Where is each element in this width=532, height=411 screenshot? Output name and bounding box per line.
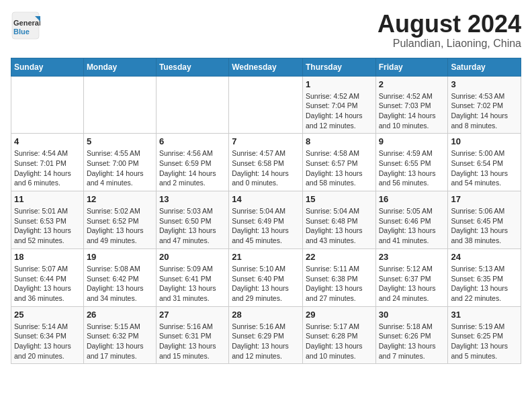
calendar-cell: 2Sunrise: 4:52 AM Sunset: 7:03 PM Daylig… bbox=[375, 76, 448, 134]
day-number: 15 bbox=[306, 194, 373, 204]
calendar-cell bbox=[229, 76, 303, 134]
day-number: 8 bbox=[306, 136, 373, 146]
day-info: Sunrise: 5:03 AM Sunset: 6:50 PM Dayligh… bbox=[159, 206, 226, 246]
calendar-cell: 25Sunrise: 5:14 AM Sunset: 6:34 PM Dayli… bbox=[11, 306, 84, 364]
calendar-cell: 30Sunrise: 5:18 AM Sunset: 6:26 PM Dayli… bbox=[375, 306, 448, 364]
calendar-cell: 31Sunrise: 5:19 AM Sunset: 6:25 PM Dayli… bbox=[448, 306, 521, 364]
day-number: 11 bbox=[14, 194, 81, 204]
day-number: 1 bbox=[306, 79, 373, 89]
calendar-cell: 3Sunrise: 4:53 AM Sunset: 7:02 PM Daylig… bbox=[448, 76, 521, 134]
day-info: Sunrise: 4:55 AM Sunset: 7:00 PM Dayligh… bbox=[87, 148, 153, 188]
day-info: Sunrise: 5:16 AM Sunset: 6:31 PM Dayligh… bbox=[159, 322, 226, 361]
day-number: 25 bbox=[14, 310, 81, 320]
logo: General Blue bbox=[11, 11, 40, 40]
calendar-cell: 28Sunrise: 5:16 AM Sunset: 6:29 PM Dayli… bbox=[229, 306, 303, 364]
day-number: 24 bbox=[451, 252, 518, 262]
day-number: 2 bbox=[379, 79, 445, 89]
day-info: Sunrise: 4:54 AM Sunset: 7:01 PM Dayligh… bbox=[14, 148, 81, 188]
day-number: 3 bbox=[451, 79, 518, 89]
day-number: 17 bbox=[451, 194, 518, 204]
page-title: August 2024 bbox=[378, 11, 521, 38]
day-info: Sunrise: 5:04 AM Sunset: 6:48 PM Dayligh… bbox=[306, 206, 373, 246]
calendar-cell: 27Sunrise: 5:16 AM Sunset: 6:31 PM Dayli… bbox=[156, 306, 228, 364]
calendar-cell: 4Sunrise: 4:54 AM Sunset: 7:01 PM Daylig… bbox=[11, 134, 84, 191]
day-number: 13 bbox=[159, 194, 226, 204]
day-header-thursday: Thursday bbox=[302, 58, 375, 76]
calendar-table: SundayMondayTuesdayWednesdayThursdayFrid… bbox=[11, 58, 521, 365]
calendar-cell: 1Sunrise: 4:52 AM Sunset: 7:04 PM Daylig… bbox=[302, 76, 375, 134]
day-header-friday: Friday bbox=[375, 58, 448, 76]
day-info: Sunrise: 5:15 AM Sunset: 6:32 PM Dayligh… bbox=[87, 322, 153, 361]
calendar-cell: 26Sunrise: 5:15 AM Sunset: 6:32 PM Dayli… bbox=[83, 306, 156, 364]
day-number: 28 bbox=[232, 310, 300, 320]
calendar-cell: 20Sunrise: 5:09 AM Sunset: 6:41 PM Dayli… bbox=[156, 248, 228, 306]
day-number: 30 bbox=[379, 310, 445, 320]
svg-text:Blue: Blue bbox=[13, 28, 30, 36]
page-subtitle: Pulandian, Liaoning, China bbox=[378, 38, 521, 50]
title-block: August 2024 Pulandian, Liaoning, China bbox=[378, 11, 521, 50]
day-number: 20 bbox=[159, 252, 226, 262]
calendar-cell: 14Sunrise: 5:04 AM Sunset: 6:49 PM Dayli… bbox=[229, 191, 303, 249]
calendar-cell: 13Sunrise: 5:03 AM Sunset: 6:50 PM Dayli… bbox=[156, 191, 228, 249]
day-number: 27 bbox=[159, 310, 226, 320]
day-number: 18 bbox=[14, 252, 81, 262]
day-header-monday: Monday bbox=[83, 58, 156, 76]
day-info: Sunrise: 5:09 AM Sunset: 6:41 PM Dayligh… bbox=[159, 264, 226, 304]
day-info: Sunrise: 5:02 AM Sunset: 6:52 PM Dayligh… bbox=[87, 206, 153, 246]
day-number: 10 bbox=[451, 136, 518, 146]
day-header-wednesday: Wednesday bbox=[229, 58, 303, 76]
day-info: Sunrise: 5:07 AM Sunset: 6:44 PM Dayligh… bbox=[14, 264, 81, 304]
calendar-cell: 5Sunrise: 4:55 AM Sunset: 7:00 PM Daylig… bbox=[83, 134, 156, 191]
calendar-cell: 18Sunrise: 5:07 AM Sunset: 6:44 PM Dayli… bbox=[11, 248, 84, 306]
calendar-cell: 8Sunrise: 4:58 AM Sunset: 6:57 PM Daylig… bbox=[302, 134, 375, 191]
day-number: 7 bbox=[232, 136, 300, 146]
day-info: Sunrise: 5:06 AM Sunset: 6:45 PM Dayligh… bbox=[451, 206, 518, 246]
calendar-cell: 7Sunrise: 4:57 AM Sunset: 6:58 PM Daylig… bbox=[229, 134, 303, 191]
day-info: Sunrise: 4:52 AM Sunset: 7:03 PM Dayligh… bbox=[379, 91, 445, 131]
day-info: Sunrise: 4:59 AM Sunset: 6:55 PM Dayligh… bbox=[379, 148, 445, 188]
day-number: 14 bbox=[232, 194, 300, 204]
calendar-cell: 22Sunrise: 5:11 AM Sunset: 6:38 PM Dayli… bbox=[302, 248, 375, 306]
day-info: Sunrise: 5:10 AM Sunset: 6:40 PM Dayligh… bbox=[232, 264, 300, 304]
day-info: Sunrise: 5:01 AM Sunset: 6:53 PM Dayligh… bbox=[14, 206, 81, 246]
day-info: Sunrise: 5:14 AM Sunset: 6:34 PM Dayligh… bbox=[14, 322, 81, 361]
day-number: 12 bbox=[87, 194, 153, 204]
day-info: Sunrise: 4:52 AM Sunset: 7:04 PM Dayligh… bbox=[306, 91, 373, 131]
day-number: 21 bbox=[232, 252, 300, 262]
day-number: 19 bbox=[87, 252, 153, 262]
day-info: Sunrise: 5:19 AM Sunset: 6:25 PM Dayligh… bbox=[451, 322, 518, 361]
day-number: 4 bbox=[14, 136, 81, 146]
day-number: 5 bbox=[87, 136, 153, 146]
calendar-cell: 12Sunrise: 5:02 AM Sunset: 6:52 PM Dayli… bbox=[83, 191, 156, 249]
calendar-cell: 21Sunrise: 5:10 AM Sunset: 6:40 PM Dayli… bbox=[229, 248, 303, 306]
day-header-sunday: Sunday bbox=[11, 58, 84, 76]
day-info: Sunrise: 5:17 AM Sunset: 6:28 PM Dayligh… bbox=[306, 322, 373, 361]
day-number: 6 bbox=[159, 136, 226, 146]
day-info: Sunrise: 4:56 AM Sunset: 6:59 PM Dayligh… bbox=[159, 148, 226, 188]
calendar-cell bbox=[156, 76, 228, 134]
calendar-cell: 15Sunrise: 5:04 AM Sunset: 6:48 PM Dayli… bbox=[302, 191, 375, 249]
calendar-cell: 19Sunrise: 5:08 AM Sunset: 6:42 PM Dayli… bbox=[83, 248, 156, 306]
calendar-cell: 9Sunrise: 4:59 AM Sunset: 6:55 PM Daylig… bbox=[375, 134, 448, 191]
day-info: Sunrise: 5:05 AM Sunset: 6:46 PM Dayligh… bbox=[379, 206, 445, 246]
calendar-cell: 6Sunrise: 4:56 AM Sunset: 6:59 PM Daylig… bbox=[156, 134, 228, 191]
day-number: 26 bbox=[87, 310, 153, 320]
day-info: Sunrise: 5:13 AM Sunset: 6:35 PM Dayligh… bbox=[451, 264, 518, 304]
calendar-cell bbox=[11, 76, 84, 134]
day-number: 29 bbox=[306, 310, 373, 320]
svg-text:General: General bbox=[13, 19, 40, 27]
calendar-cell: 10Sunrise: 5:00 AM Sunset: 6:54 PM Dayli… bbox=[448, 134, 521, 191]
calendar-cell: 16Sunrise: 5:05 AM Sunset: 6:46 PM Dayli… bbox=[375, 191, 448, 249]
day-info: Sunrise: 5:11 AM Sunset: 6:38 PM Dayligh… bbox=[306, 264, 373, 304]
day-number: 22 bbox=[306, 252, 373, 262]
day-info: Sunrise: 5:04 AM Sunset: 6:49 PM Dayligh… bbox=[232, 206, 300, 246]
day-info: Sunrise: 5:16 AM Sunset: 6:29 PM Dayligh… bbox=[232, 322, 300, 361]
day-number: 31 bbox=[451, 310, 518, 320]
day-info: Sunrise: 5:12 AM Sunset: 6:37 PM Dayligh… bbox=[379, 264, 445, 304]
day-number: 23 bbox=[379, 252, 445, 262]
calendar-cell: 23Sunrise: 5:12 AM Sunset: 6:37 PM Dayli… bbox=[375, 248, 448, 306]
calendar-cell: 17Sunrise: 5:06 AM Sunset: 6:45 PM Dayli… bbox=[448, 191, 521, 249]
calendar-cell bbox=[83, 76, 156, 134]
day-header-tuesday: Tuesday bbox=[156, 58, 228, 76]
day-number: 16 bbox=[379, 194, 445, 204]
